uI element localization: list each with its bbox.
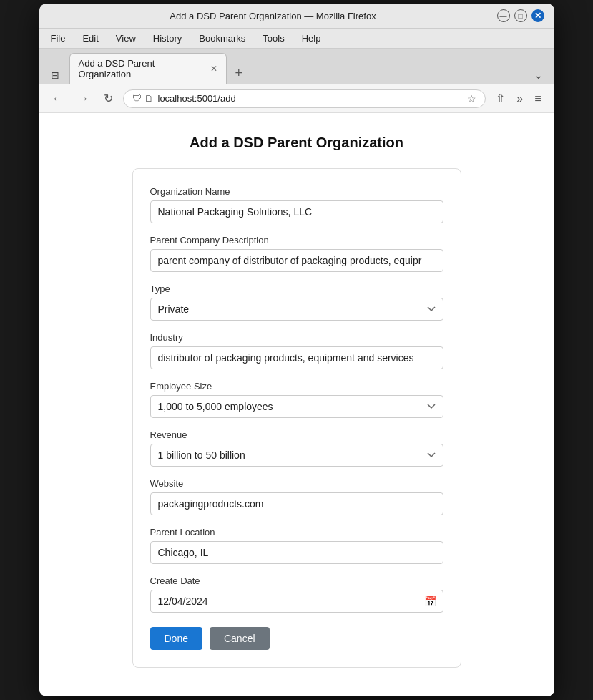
form-card: Organization Name Parent Company Descrip… (132, 168, 461, 668)
organization-name-group: Organization Name (150, 186, 443, 223)
website-group: Website (150, 478, 443, 515)
sidebar-toggle-button[interactable]: ⊟ (46, 67, 64, 84)
type-group: Type Private Public Non-profit Governmen… (150, 283, 443, 321)
create-date-input[interactable] (150, 590, 443, 613)
menu-view[interactable]: View (113, 31, 139, 45)
menu-help[interactable]: Help (299, 31, 324, 45)
new-tab-button[interactable]: + (230, 63, 249, 84)
industry-input[interactable] (150, 346, 443, 369)
done-button[interactable]: Done (150, 627, 202, 650)
create-date-wrapper: 📅 (150, 590, 443, 613)
bookmark-star-icon[interactable]: ☆ (467, 93, 476, 104)
create-date-label: Create Date (150, 575, 443, 586)
type-label: Type (150, 283, 443, 294)
revenue-select[interactable]: Less than 1 million 1 million to 10 mill… (150, 444, 443, 467)
employee-size-group: Employee Size 1 to 50 employees 51 to 20… (150, 381, 443, 418)
menu-edit[interactable]: Edit (79, 31, 101, 45)
tab-label: Add a DSD Parent Organization (79, 58, 205, 79)
title-bar: Add a DSD Parent Organization — Mozilla … (39, 4, 554, 29)
title-bar-controls: — □ ✕ (497, 9, 544, 22)
active-tab[interactable]: Add a DSD Parent Organization ✕ (69, 53, 227, 84)
revenue-label: Revenue (150, 429, 443, 440)
employee-size-select[interactable]: 1 to 50 employees 51 to 200 employees 20… (150, 395, 443, 418)
browser-window: Add a DSD Parent Organization — Mozilla … (39, 4, 554, 696)
website-label: Website (150, 478, 443, 489)
parent-company-description-input[interactable] (150, 249, 443, 272)
share-button[interactable]: ⇧ (491, 89, 509, 108)
nav-bar: ← → ↻ 🛡 🗋 localhost:5001/add ☆ ⇧ » ≡ (39, 84, 554, 113)
main-menu-button[interactable]: ≡ (530, 89, 545, 108)
website-input[interactable] (150, 492, 443, 515)
back-button[interactable]: ← (48, 89, 68, 108)
industry-group: Industry (150, 332, 443, 369)
parent-location-label: Parent Location (150, 527, 443, 538)
address-security-icons: 🛡 🗋 (132, 93, 154, 104)
menu-tools[interactable]: Tools (260, 31, 287, 45)
tab-bar: ⊟ Add a DSD Parent Organization ✕ + ⌄ (39, 49, 554, 84)
page-title: Add a DSD Parent Organization (54, 135, 540, 151)
employee-size-label: Employee Size (150, 381, 443, 392)
title-bar-text: Add a DSD Parent Organization — Mozilla … (49, 11, 497, 21)
page-content: Add a DSD Parent Organization Organizati… (39, 113, 554, 696)
parent-company-description-group: Parent Company Description (150, 235, 443, 272)
more-tools-button[interactable]: » (512, 89, 527, 108)
industry-label: Industry (150, 332, 443, 343)
forward-button[interactable]: → (74, 89, 94, 108)
maximize-button[interactable]: □ (514, 9, 527, 22)
close-button[interactable]: ✕ (531, 9, 544, 22)
address-bar[interactable]: 🛡 🗋 localhost:5001/add ☆ (123, 89, 486, 108)
tab-dropdown-button[interactable]: ⌄ (530, 67, 547, 84)
nav-extra-buttons: ⇧ » ≡ (491, 89, 545, 108)
menu-bar: File Edit View History Bookmarks Tools H… (39, 29, 554, 49)
tab-close-button[interactable]: ✕ (210, 64, 217, 74)
parent-company-description-label: Parent Company Description (150, 235, 443, 246)
type-select[interactable]: Private Public Non-profit Government (150, 298, 443, 321)
reload-button[interactable]: ↻ (99, 89, 117, 108)
parent-location-input[interactable] (150, 541, 443, 564)
form-actions: Done Cancel (150, 627, 443, 650)
organization-name-input[interactable] (150, 200, 443, 223)
page-icon: 🗋 (144, 93, 154, 104)
organization-name-label: Organization Name (150, 186, 443, 197)
menu-file[interactable]: File (48, 31, 69, 45)
cancel-button[interactable]: Cancel (210, 627, 270, 650)
address-url: localhost:5001/add (158, 93, 464, 104)
menu-bookmarks[interactable]: Bookmarks (196, 31, 248, 45)
create-date-group: Create Date 📅 (150, 575, 443, 613)
parent-location-group: Parent Location (150, 527, 443, 564)
menu-history[interactable]: History (150, 31, 185, 45)
shield-icon: 🛡 (132, 93, 142, 104)
minimize-button[interactable]: — (497, 9, 510, 22)
revenue-group: Revenue Less than 1 million 1 million to… (150, 429, 443, 467)
